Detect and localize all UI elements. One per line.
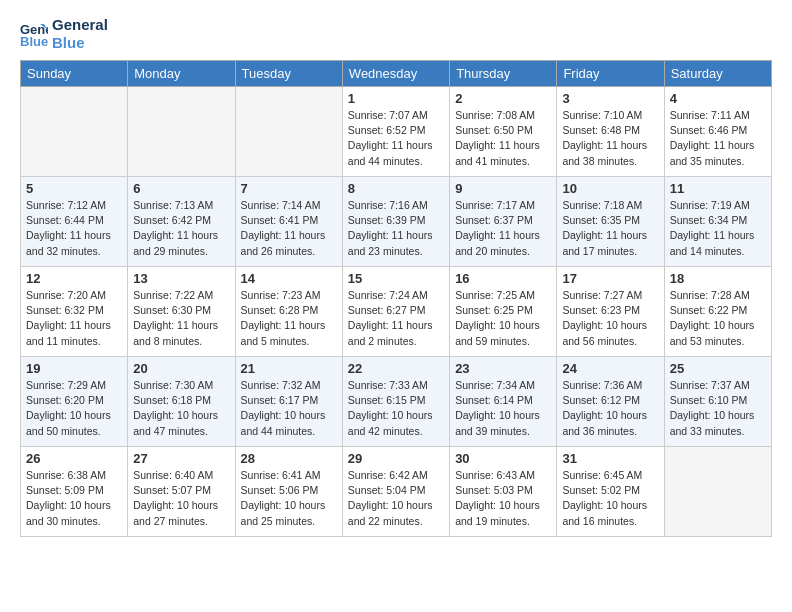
- calendar-cell: 14Sunrise: 7:23 AM Sunset: 6:28 PM Dayli…: [235, 267, 342, 357]
- calendar-cell: 26Sunrise: 6:38 AM Sunset: 5:09 PM Dayli…: [21, 447, 128, 537]
- day-info: Sunrise: 7:37 AM Sunset: 6:10 PM Dayligh…: [670, 378, 766, 439]
- page-container: General Blue General Blue SundayMondayTu…: [0, 0, 792, 553]
- day-of-week-header: Thursday: [450, 61, 557, 87]
- day-number: 31: [562, 451, 658, 466]
- days-of-week-row: SundayMondayTuesdayWednesdayThursdayFrid…: [21, 61, 772, 87]
- day-number: 22: [348, 361, 444, 376]
- day-of-week-header: Saturday: [664, 61, 771, 87]
- calendar-cell: 9Sunrise: 7:17 AM Sunset: 6:37 PM Daylig…: [450, 177, 557, 267]
- day-info: Sunrise: 6:41 AM Sunset: 5:06 PM Dayligh…: [241, 468, 337, 529]
- day-info: Sunrise: 7:36 AM Sunset: 6:12 PM Dayligh…: [562, 378, 658, 439]
- day-of-week-header: Wednesday: [342, 61, 449, 87]
- calendar-cell: 22Sunrise: 7:33 AM Sunset: 6:15 PM Dayli…: [342, 357, 449, 447]
- calendar-cell: 21Sunrise: 7:32 AM Sunset: 6:17 PM Dayli…: [235, 357, 342, 447]
- day-info: Sunrise: 6:43 AM Sunset: 5:03 PM Dayligh…: [455, 468, 551, 529]
- day-info: Sunrise: 6:38 AM Sunset: 5:09 PM Dayligh…: [26, 468, 122, 529]
- calendar-cell: 31Sunrise: 6:45 AM Sunset: 5:02 PM Dayli…: [557, 447, 664, 537]
- calendar-cell: 3Sunrise: 7:10 AM Sunset: 6:48 PM Daylig…: [557, 87, 664, 177]
- calendar-cell: 6Sunrise: 7:13 AM Sunset: 6:42 PM Daylig…: [128, 177, 235, 267]
- calendar-cell: 13Sunrise: 7:22 AM Sunset: 6:30 PM Dayli…: [128, 267, 235, 357]
- day-info: Sunrise: 7:28 AM Sunset: 6:22 PM Dayligh…: [670, 288, 766, 349]
- day-number: 29: [348, 451, 444, 466]
- logo-blue: Blue: [52, 34, 108, 52]
- week-row: 1Sunrise: 7:07 AM Sunset: 6:52 PM Daylig…: [21, 87, 772, 177]
- day-number: 20: [133, 361, 229, 376]
- day-info: Sunrise: 7:27 AM Sunset: 6:23 PM Dayligh…: [562, 288, 658, 349]
- day-number: 19: [26, 361, 122, 376]
- day-number: 11: [670, 181, 766, 196]
- day-number: 8: [348, 181, 444, 196]
- calendar-cell: [664, 447, 771, 537]
- calendar-cell: [235, 87, 342, 177]
- day-info: Sunrise: 7:22 AM Sunset: 6:30 PM Dayligh…: [133, 288, 229, 349]
- calendar-cell: 28Sunrise: 6:41 AM Sunset: 5:06 PM Dayli…: [235, 447, 342, 537]
- day-info: Sunrise: 6:45 AM Sunset: 5:02 PM Dayligh…: [562, 468, 658, 529]
- calendar-cell: 11Sunrise: 7:19 AM Sunset: 6:34 PM Dayli…: [664, 177, 771, 267]
- calendar-table: SundayMondayTuesdayWednesdayThursdayFrid…: [20, 60, 772, 537]
- calendar-cell: 29Sunrise: 6:42 AM Sunset: 5:04 PM Dayli…: [342, 447, 449, 537]
- day-number: 15: [348, 271, 444, 286]
- calendar-cell: 4Sunrise: 7:11 AM Sunset: 6:46 PM Daylig…: [664, 87, 771, 177]
- day-info: Sunrise: 6:42 AM Sunset: 5:04 PM Dayligh…: [348, 468, 444, 529]
- calendar-cell: 30Sunrise: 6:43 AM Sunset: 5:03 PM Dayli…: [450, 447, 557, 537]
- calendar-cell: 16Sunrise: 7:25 AM Sunset: 6:25 PM Dayli…: [450, 267, 557, 357]
- calendar-cell: 27Sunrise: 6:40 AM Sunset: 5:07 PM Dayli…: [128, 447, 235, 537]
- week-row: 12Sunrise: 7:20 AM Sunset: 6:32 PM Dayli…: [21, 267, 772, 357]
- day-number: 2: [455, 91, 551, 106]
- day-number: 6: [133, 181, 229, 196]
- calendar-cell: 5Sunrise: 7:12 AM Sunset: 6:44 PM Daylig…: [21, 177, 128, 267]
- calendar-cell: 10Sunrise: 7:18 AM Sunset: 6:35 PM Dayli…: [557, 177, 664, 267]
- day-info: Sunrise: 7:18 AM Sunset: 6:35 PM Dayligh…: [562, 198, 658, 259]
- day-number: 4: [670, 91, 766, 106]
- calendar-cell: 8Sunrise: 7:16 AM Sunset: 6:39 PM Daylig…: [342, 177, 449, 267]
- day-number: 10: [562, 181, 658, 196]
- day-info: Sunrise: 7:07 AM Sunset: 6:52 PM Dayligh…: [348, 108, 444, 169]
- day-number: 21: [241, 361, 337, 376]
- day-number: 30: [455, 451, 551, 466]
- day-of-week-header: Tuesday: [235, 61, 342, 87]
- calendar-cell: 18Sunrise: 7:28 AM Sunset: 6:22 PM Dayli…: [664, 267, 771, 357]
- day-number: 16: [455, 271, 551, 286]
- calendar-cell: [128, 87, 235, 177]
- day-info: Sunrise: 7:23 AM Sunset: 6:28 PM Dayligh…: [241, 288, 337, 349]
- calendar-cell: 20Sunrise: 7:30 AM Sunset: 6:18 PM Dayli…: [128, 357, 235, 447]
- calendar-cell: 2Sunrise: 7:08 AM Sunset: 6:50 PM Daylig…: [450, 87, 557, 177]
- header: General Blue General Blue: [20, 16, 772, 52]
- day-of-week-header: Sunday: [21, 61, 128, 87]
- day-number: 3: [562, 91, 658, 106]
- day-info: Sunrise: 7:34 AM Sunset: 6:14 PM Dayligh…: [455, 378, 551, 439]
- calendar-cell: 23Sunrise: 7:34 AM Sunset: 6:14 PM Dayli…: [450, 357, 557, 447]
- calendar-cell: 12Sunrise: 7:20 AM Sunset: 6:32 PM Dayli…: [21, 267, 128, 357]
- day-number: 1: [348, 91, 444, 106]
- logo: General Blue General Blue: [20, 16, 108, 52]
- day-info: Sunrise: 7:17 AM Sunset: 6:37 PM Dayligh…: [455, 198, 551, 259]
- day-of-week-header: Friday: [557, 61, 664, 87]
- calendar-body: 1Sunrise: 7:07 AM Sunset: 6:52 PM Daylig…: [21, 87, 772, 537]
- day-number: 25: [670, 361, 766, 376]
- day-info: Sunrise: 7:16 AM Sunset: 6:39 PM Dayligh…: [348, 198, 444, 259]
- day-info: Sunrise: 7:08 AM Sunset: 6:50 PM Dayligh…: [455, 108, 551, 169]
- calendar-cell: 1Sunrise: 7:07 AM Sunset: 6:52 PM Daylig…: [342, 87, 449, 177]
- calendar-cell: 7Sunrise: 7:14 AM Sunset: 6:41 PM Daylig…: [235, 177, 342, 267]
- day-number: 27: [133, 451, 229, 466]
- day-of-week-header: Monday: [128, 61, 235, 87]
- day-info: Sunrise: 7:13 AM Sunset: 6:42 PM Dayligh…: [133, 198, 229, 259]
- day-number: 5: [26, 181, 122, 196]
- day-number: 13: [133, 271, 229, 286]
- day-number: 23: [455, 361, 551, 376]
- week-row: 19Sunrise: 7:29 AM Sunset: 6:20 PM Dayli…: [21, 357, 772, 447]
- day-number: 28: [241, 451, 337, 466]
- day-info: Sunrise: 7:24 AM Sunset: 6:27 PM Dayligh…: [348, 288, 444, 349]
- day-info: Sunrise: 7:20 AM Sunset: 6:32 PM Dayligh…: [26, 288, 122, 349]
- day-number: 24: [562, 361, 658, 376]
- calendar-header: SundayMondayTuesdayWednesdayThursdayFrid…: [21, 61, 772, 87]
- day-info: Sunrise: 7:29 AM Sunset: 6:20 PM Dayligh…: [26, 378, 122, 439]
- day-number: 9: [455, 181, 551, 196]
- day-number: 12: [26, 271, 122, 286]
- day-info: Sunrise: 7:14 AM Sunset: 6:41 PM Dayligh…: [241, 198, 337, 259]
- day-info: Sunrise: 7:10 AM Sunset: 6:48 PM Dayligh…: [562, 108, 658, 169]
- day-number: 14: [241, 271, 337, 286]
- day-number: 7: [241, 181, 337, 196]
- day-info: Sunrise: 6:40 AM Sunset: 5:07 PM Dayligh…: [133, 468, 229, 529]
- day-info: Sunrise: 7:19 AM Sunset: 6:34 PM Dayligh…: [670, 198, 766, 259]
